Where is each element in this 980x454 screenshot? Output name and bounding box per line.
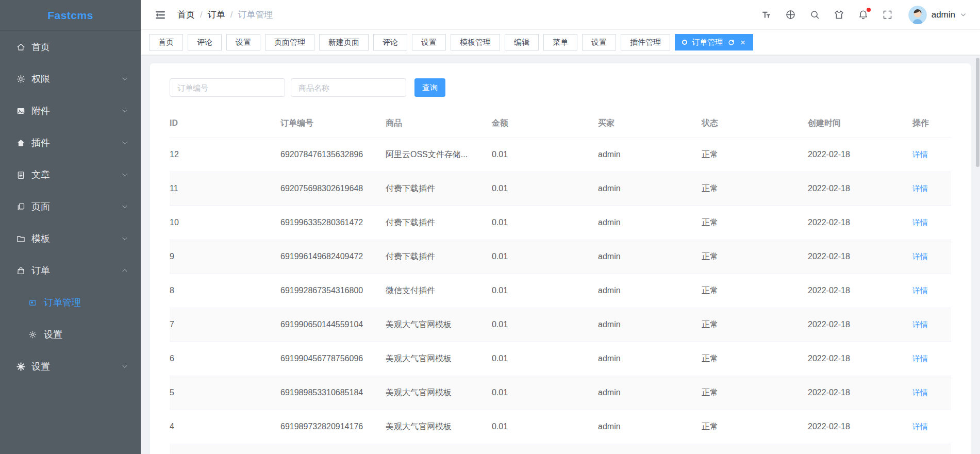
detail-link[interactable]: 详情 bbox=[912, 150, 928, 159]
table-cell: 正常 bbox=[702, 376, 808, 410]
tab-4[interactable]: 新建页面 bbox=[319, 34, 369, 51]
detail-link[interactable]: 详情 bbox=[912, 320, 928, 329]
sidebar-item-label: 权限 bbox=[31, 73, 121, 85]
breadcrumb-home[interactable]: 首页 bbox=[177, 9, 195, 21]
detail-link[interactable]: 详情 bbox=[912, 252, 928, 261]
chevron-down-icon bbox=[121, 171, 128, 178]
tab-2[interactable]: 设置 bbox=[226, 34, 260, 51]
sidebar-item-settings[interactable]: 设置 bbox=[0, 350, 141, 382]
sidebar-item-label: 附件 bbox=[31, 105, 121, 117]
theme-shirt-icon[interactable] bbox=[834, 9, 844, 20]
permission-gear-icon bbox=[16, 74, 26, 84]
table-cell: 0.01 bbox=[492, 376, 598, 410]
table-cell: 正常 bbox=[702, 172, 808, 206]
tab-5[interactable]: 评论 bbox=[373, 34, 407, 51]
chevron-down-icon bbox=[121, 75, 128, 82]
user-name[interactable]: admin bbox=[932, 10, 955, 20]
table-row: 4691989732820914176美观大气官网模板0.01admin正常20… bbox=[170, 410, 951, 444]
tab-11[interactable]: 插件管理 bbox=[621, 34, 670, 51]
sidebar-item-plugins[interactable]: 插件 bbox=[0, 127, 141, 159]
vertical-scrollbar[interactable] bbox=[976, 58, 979, 167]
pages-copy-icon bbox=[16, 202, 26, 212]
detail-link[interactable]: 详情 bbox=[912, 354, 928, 363]
table-cell: admin bbox=[598, 308, 702, 342]
navbar-actions: admin bbox=[761, 6, 967, 24]
sidebar-collapse-icon[interactable] bbox=[155, 9, 166, 21]
product-name-input[interactable] bbox=[291, 78, 406, 97]
avatar[interactable] bbox=[908, 6, 927, 24]
breadcrumb-orders[interactable]: 订单 bbox=[208, 9, 225, 21]
table-cell: 2022-02-18 bbox=[808, 410, 912, 444]
notification-bell-icon[interactable] bbox=[858, 9, 869, 20]
sidebar-item-templates[interactable]: 模板 bbox=[0, 223, 141, 255]
sidebar-item-articles[interactable]: 文章 bbox=[0, 159, 141, 191]
detail-link[interactable]: 详情 bbox=[912, 388, 928, 397]
table-cell-actions: 详情 bbox=[912, 172, 951, 206]
sidebar-item-orders[interactable]: 订单 bbox=[0, 255, 141, 287]
sidebar-item-permissions[interactable]: 权限 bbox=[0, 63, 141, 95]
guide-icon[interactable] bbox=[785, 9, 796, 20]
table-cell: 美观大气官网模板 bbox=[386, 308, 492, 342]
query-button[interactable]: 查询 bbox=[414, 78, 445, 97]
table-cell: admin bbox=[598, 240, 702, 274]
sidebar-item-attachments[interactable]: 附件 bbox=[0, 95, 141, 127]
font-size-icon[interactable] bbox=[761, 9, 772, 20]
table-header-row: ID订单编号商品金额买家状态创建时间操作 bbox=[170, 109, 951, 138]
sidebar-subitem-order-settings[interactable]: 设置 bbox=[0, 318, 141, 350]
column-header: 买家 bbox=[598, 109, 702, 138]
table-cell: 4 bbox=[170, 410, 280, 444]
orders-card: 查询 ID订单编号商品金额买家状态创建时间操作 1269207847613563… bbox=[150, 63, 971, 454]
table-cell: 0.01 bbox=[492, 410, 598, 444]
detail-link[interactable]: 详情 bbox=[912, 286, 928, 295]
table-cell-actions: 详情 bbox=[912, 206, 951, 240]
breadcrumb-separator: / bbox=[230, 10, 233, 20]
tab-10[interactable]: 设置 bbox=[582, 34, 616, 51]
table-cell: 2022-02-18 bbox=[808, 274, 912, 308]
table-row: 12692078476135632896阿里云OSS文件存储...0.01adm… bbox=[170, 138, 951, 172]
table-row: 6691990456778756096美观大气官网模板0.01admin正常20… bbox=[170, 342, 951, 376]
attachment-image-icon bbox=[16, 106, 26, 116]
refresh-icon[interactable] bbox=[727, 39, 735, 46]
table-cell: 2022-02-18 bbox=[808, 172, 912, 206]
tab-8[interactable]: 编辑 bbox=[505, 34, 539, 51]
chevron-down-icon bbox=[121, 363, 128, 370]
tab-order-management-active[interactable]: 订单管理 × bbox=[675, 34, 753, 51]
detail-link[interactable]: 详情 bbox=[912, 422, 928, 431]
close-icon[interactable]: × bbox=[740, 38, 746, 47]
sidebar-item-label: 文章 bbox=[31, 169, 121, 181]
breadcrumb: 首页 / 订单 / 订单管理 bbox=[177, 9, 273, 21]
page-content: 查询 ID订单编号商品金额买家状态创建时间操作 1269207847613563… bbox=[141, 55, 980, 454]
app-logo[interactable]: Fastcms bbox=[0, 0, 141, 31]
sidebar-subitem-order-management[interactable]: 订单管理 bbox=[0, 287, 141, 318]
sidebar-item-pages[interactable]: 页面 bbox=[0, 191, 141, 223]
table-cell: 12 bbox=[170, 138, 280, 172]
search-icon[interactable] bbox=[809, 9, 820, 20]
table-cell: 691989732820914176 bbox=[280, 410, 386, 444]
tab-3[interactable]: 页面管理 bbox=[265, 34, 314, 51]
table-cell: 2022-02-18 bbox=[808, 206, 912, 240]
detail-link[interactable]: 详情 bbox=[912, 218, 928, 227]
table-cell: 691990456778756096 bbox=[280, 342, 386, 376]
table-cell-actions: 详情 bbox=[912, 274, 951, 308]
order-no-input[interactable] bbox=[170, 78, 285, 97]
sidebar-item-label: 首页 bbox=[31, 41, 128, 53]
table-cell-actions: 详情 bbox=[912, 342, 951, 376]
tab-9[interactable]: 菜单 bbox=[543, 34, 577, 51]
chevron-up-icon bbox=[121, 267, 128, 274]
detail-link[interactable]: 详情 bbox=[912, 184, 928, 193]
sidebar: Fastcms 首页权限附件插件文章页面模板订单订单管理设置设置 bbox=[0, 0, 141, 454]
tab-6[interactable]: 设置 bbox=[412, 34, 446, 51]
table-cell: 美观大气官网模板 bbox=[386, 342, 492, 376]
sidebar-item-label: 插件 bbox=[31, 137, 121, 149]
tab-0[interactable]: 首页 bbox=[149, 34, 183, 51]
font-size-icon bbox=[761, 9, 772, 20]
tab-1[interactable]: 评论 bbox=[188, 34, 222, 51]
table-cell: 0.01 bbox=[492, 274, 598, 308]
table-cell: 阿里云OSS文件存储... bbox=[386, 138, 492, 172]
user-menu[interactable]: admin bbox=[908, 6, 967, 24]
fullscreen-icon[interactable] bbox=[882, 9, 893, 20]
tab-7[interactable]: 模板管理 bbox=[451, 34, 500, 51]
sidebar-item-home[interactable]: 首页 bbox=[0, 31, 141, 63]
table-cell: 2022-02-18 bbox=[808, 342, 912, 376]
active-tab-label: 订单管理 bbox=[692, 38, 723, 47]
